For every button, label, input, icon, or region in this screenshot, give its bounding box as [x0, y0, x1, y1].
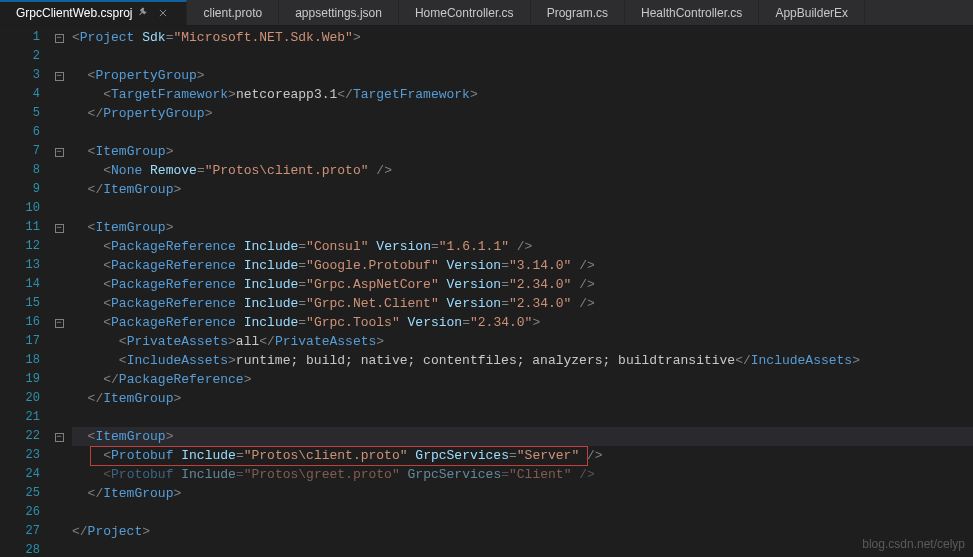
- tab-grpcclientweb[interactable]: GrpcClientWeb.csproj: [0, 0, 187, 25]
- tab-label: appsettings.json: [295, 6, 382, 20]
- tab-label: AppBuilderEx: [775, 6, 848, 20]
- fold-icon[interactable]: −: [50, 218, 68, 237]
- tab-appbuilderex[interactable]: AppBuilderEx: [759, 0, 865, 25]
- tab-label: client.proto: [203, 6, 262, 20]
- code-editor[interactable]: 1234567891011121314151617181920212223242…: [0, 26, 973, 557]
- tab-program[interactable]: Program.cs: [531, 0, 625, 25]
- tab-label: GrpcClientWeb.csproj: [16, 6, 132, 20]
- fold-icon[interactable]: −: [50, 142, 68, 161]
- fold-icon[interactable]: −: [50, 66, 68, 85]
- line-gutter: 1234567891011121314151617181920212223242…: [0, 26, 50, 557]
- tab-healthcontroller[interactable]: HealthController.cs: [625, 0, 759, 25]
- close-icon[interactable]: [156, 6, 170, 20]
- fold-icon[interactable]: −: [50, 313, 68, 332]
- fold-icon[interactable]: −: [50, 427, 68, 446]
- tab-homecontroller[interactable]: HomeController.cs: [399, 0, 531, 25]
- fold-icon[interactable]: −: [50, 28, 68, 47]
- tab-label: HomeController.cs: [415, 6, 514, 20]
- tab-label: HealthController.cs: [641, 6, 742, 20]
- pin-icon[interactable]: [138, 7, 150, 19]
- code-area[interactable]: <Project Sdk="Microsoft.NET.Sdk.Web"> <P…: [68, 26, 973, 557]
- tab-appsettings[interactable]: appsettings.json: [279, 0, 399, 25]
- tab-client-proto[interactable]: client.proto: [187, 0, 279, 25]
- fold-column: − − − − − −: [50, 26, 68, 557]
- tab-bar: GrpcClientWeb.csproj client.proto appset…: [0, 0, 973, 26]
- tab-label: Program.cs: [547, 6, 608, 20]
- watermark: blog.csdn.net/celyp: [862, 537, 965, 551]
